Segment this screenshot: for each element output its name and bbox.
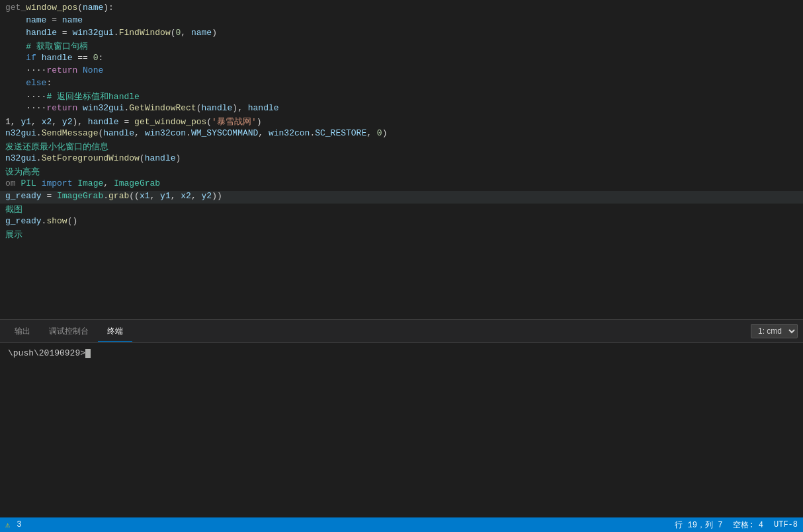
code-editor[interactable]: get_window_pos(name): name = name handle… <box>0 0 803 319</box>
status-right: 行 19，列 7 空格: 4 UTF-8 <box>675 519 798 531</box>
code-line-10: 1, y1, x2, y2), handle = get_window_pos(… <box>0 116 803 128</box>
code-line-2: name = name <box>0 15 803 28</box>
code-line-4: # 获取窗口句柄 <box>0 40 803 53</box>
tab-output[interactable]: 输出 <box>5 322 40 342</box>
code-line-8: ····# 返回坐标值和handle <box>0 91 803 103</box>
warning-count[interactable]: 3 <box>17 520 21 529</box>
tab-terminal[interactable]: 终端 <box>98 322 132 342</box>
code-line-16: g_ready = ImageGrab.grab((x1, y1, x2, y2… <box>0 191 803 204</box>
code-line-3: handle = win32gui.FindWindow(0, name) <box>0 28 803 40</box>
code-line-19: 展示 <box>0 229 803 241</box>
warning-icon: ⚠ <box>5 520 10 530</box>
status-left: ⚠ 3 <box>5 520 21 530</box>
panel-tabs: 输出 调试控制台 终端 1: cmd <box>0 320 803 343</box>
terminal-cursor <box>85 349 91 358</box>
panel-tab-right: 1: cmd <box>751 324 798 338</box>
tab-debug-console[interactable]: 调试控制台 <box>40 322 98 342</box>
code-line-17: 截图 <box>0 204 803 216</box>
code-line-14: 设为高亮 <box>0 166 803 178</box>
code-line-15: om PIL import Image, ImageGrab <box>0 178 803 191</box>
terminal-content[interactable]: \push\20190929> <box>0 343 803 517</box>
bottom-panel: 输出 调试控制台 终端 1: cmd \push\20190929> <box>0 319 803 517</box>
cursor-position[interactable]: 行 19，列 7 <box>675 519 722 531</box>
code-line-9: ····return win32gui.GetWindowRect(handle… <box>0 103 803 116</box>
code-line-7: else: <box>0 78 803 91</box>
code-line-5: if handle == 0: <box>0 53 803 65</box>
status-bar: ⚠ 3 行 19，列 7 空格: 4 UTF-8 <box>0 517 803 532</box>
code-line-12: 发送还原最小化窗口的信息 <box>0 141 803 153</box>
terminal-prompt: \push\20190929> <box>8 348 795 358</box>
terminal-select[interactable]: 1: cmd <box>751 324 798 338</box>
code-line-1: get_window_pos(name): <box>0 3 803 15</box>
code-line-11: n32gui.SendMessage(handle, win32con.WM_S… <box>0 128 803 141</box>
code-line-18: g_ready.show() <box>0 216 803 229</box>
code-line-13: n32gui.SetForegroundWindow(handle) <box>0 153 803 166</box>
spaces-info[interactable]: 空格: 4 <box>733 519 763 531</box>
encoding[interactable]: UTF-8 <box>774 520 798 529</box>
terminal-path: \push\20190929> <box>8 348 85 358</box>
code-line-6: ····return None <box>0 65 803 78</box>
